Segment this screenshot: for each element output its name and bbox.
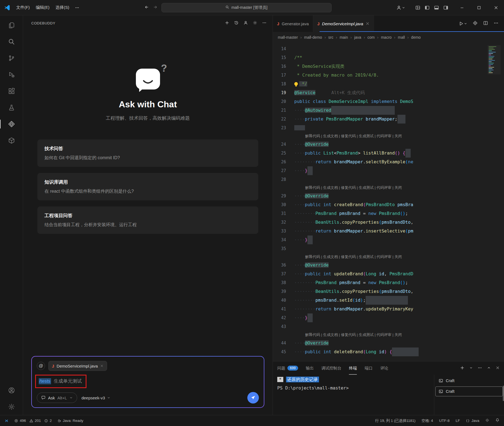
suggestion-card-tech-qa[interactable]: 技术问答 如何在 Git 中回退到指定的 commit ID? (37, 139, 258, 167)
panel-tab-debug-console[interactable]: 调试控制台 (321, 361, 341, 375)
breadcrumb-item[interactable]: macro (381, 35, 392, 40)
more-actions-icon[interactable] (262, 21, 267, 26)
explorer-icon[interactable] (0, 17, 23, 33)
code-line[interactable]: 33········return brandMapper.insertSelec… (273, 227, 504, 236)
chevron-down-icon[interactable] (469, 366, 473, 370)
code-line[interactable]: 21····@Autowired (273, 106, 504, 115)
nav-forward-icon[interactable] (153, 5, 158, 10)
code-line[interactable]: 38········PmsBrand pmsBrand = new PmsBra… (273, 278, 504, 287)
settings-gear-icon[interactable] (0, 399, 23, 415)
code-line[interactable]: 15/** (273, 53, 504, 62)
minimap[interactable] (488, 45, 501, 74)
code-line[interactable]: 25····public List<PmsBrand> listAllBrand… (273, 149, 504, 158)
code-line[interactable]: 41········return brandMapper.updateByPri… (273, 305, 504, 313)
code-line[interactable]: 30····public int createBrand(PmsBrandDto… (273, 200, 504, 209)
code-line[interactable]: 19@ServiceAlt+K 生成代码 (273, 88, 504, 97)
toggle-secondary-sidebar-icon[interactable] (442, 4, 450, 12)
remove-context-icon[interactable] (100, 364, 103, 368)
remote-indicator-icon[interactable] (4, 419, 9, 423)
close-tab-icon[interactable] (366, 22, 369, 26)
code-line[interactable]: 24····@Override (273, 140, 504, 149)
code-editor[interactable]: 1415/**16 * DemoService实现类17 * Created b… (273, 43, 504, 361)
search-view-icon[interactable] (0, 33, 23, 50)
settings-icon[interactable] (253, 21, 257, 26)
more-actions-icon[interactable] (478, 366, 482, 371)
codebuddy-status-icon[interactable] (485, 418, 489, 423)
breadcrumb-item[interactable]: src (328, 35, 334, 40)
scrollbar[interactable] (503, 386, 504, 401)
chat-input-box[interactable]: @ J DemoServiceImpl.java /tests 生成单元测试 (31, 356, 264, 408)
extensions-icon[interactable] (0, 83, 23, 99)
encoding-status[interactable]: UTF-8 (439, 419, 449, 423)
add-context-button[interactable]: @ (37, 362, 45, 370)
account-icon[interactable] (0, 382, 23, 399)
eol-status[interactable]: LF (456, 419, 460, 423)
code-line[interactable]: 34····} (273, 236, 504, 244)
panel-tab-terminal[interactable]: 终端 (349, 361, 357, 375)
code-line[interactable]: 37····public int updateBrand(Long id, Pm… (273, 270, 504, 278)
source-control-icon[interactable] (0, 50, 23, 66)
menu-more-icon[interactable] (72, 4, 82, 12)
cursor-position[interactable]: 行 19, 列 1 (已选择1181) (375, 418, 416, 423)
run-debug-icon[interactable] (0, 66, 23, 83)
new-terminal-icon[interactable] (460, 366, 464, 371)
suggestion-card-project-qa[interactable]: 工程项目问答 结合当前项目工程，分析并安装环境、运行工程 (37, 206, 258, 234)
tab-generator-java[interactable]: J Generator.java (273, 15, 313, 32)
code-line[interactable]: 27····} (273, 166, 504, 175)
code-line[interactable]: 23···· (273, 124, 504, 132)
panel-tab-ports[interactable]: 端口 (365, 361, 373, 375)
breadcrumb-item[interactable]: com (368, 35, 375, 40)
close-panel-icon[interactable] (496, 366, 500, 371)
terminal-list-item[interactable]: Craft (435, 376, 503, 386)
menu-edit[interactable]: 编辑(E) (33, 3, 52, 12)
code-line[interactable]: 36····@Override (273, 261, 504, 270)
code-line[interactable]: 20public class DemoServiceImpl implement… (273, 97, 504, 106)
codelens-actions[interactable]: 解释代码 | 生成文档 | 修复代码 | 生成测试 | 代码评审 | 关闭 (273, 253, 504, 261)
code-line[interactable]: 29····@Override (273, 192, 504, 200)
code-line[interactable]: 14 (273, 44, 504, 53)
suggestion-card-knowledge-base[interactable]: 知识库调用 在 react 中函数式组件和类组件的区别是什么? (37, 173, 258, 200)
language-mode[interactable]: Java (466, 419, 479, 423)
codelens-actions[interactable]: 解释代码 | 生成文档 | 修复代码 | 生成测试 | 代码评审 | 关闭 (273, 331, 504, 339)
command-center-search[interactable]: mall-master [管理员] (161, 3, 332, 12)
package-icon[interactable] (0, 132, 23, 149)
codelens-actions[interactable]: 解释代码 | 生成文档 | 修复代码 | 生成测试 | 代码评审 | 关闭 (273, 184, 504, 192)
breadcrumb-item[interactable]: demo (411, 35, 421, 40)
breadcrumb-item[interactable]: mall-demo (304, 35, 322, 40)
code-line[interactable]: 42····} (273, 313, 504, 322)
toggle-panel-icon[interactable] (433, 4, 440, 12)
problems-status[interactable]: 496 201 2 (14, 419, 52, 423)
panel-tab-comments[interactable]: 评论 (380, 361, 388, 375)
code-line[interactable]: 22····private PmsBrandMapper brandMapper… (273, 115, 504, 124)
codebuddy-action-icon[interactable] (473, 21, 478, 27)
codebuddy-icon[interactable] (0, 116, 23, 132)
code-line[interactable]: 28 (273, 175, 504, 184)
model-selector[interactable]: deepseek-v3 (82, 396, 110, 400)
window-minimize-button[interactable] (454, 0, 470, 15)
indentation-status[interactable]: 空格: 4 (421, 418, 433, 423)
breadcrumb-item[interactable]: java (354, 35, 361, 40)
code-line[interactable]: 40········pmsBrand.setId(id); (273, 296, 504, 305)
codelens-actions[interactable]: 解释代码 | 生成文档 | 修复代码 | 生成测试 | 代码评审 | 关闭 (273, 132, 504, 140)
panel-tab-problems[interactable]: 问题 699 (277, 361, 298, 375)
code-line[interactable]: 45····public int deleteBrand(Long id) { (273, 347, 504, 356)
customize-layout-icon[interactable] (414, 4, 422, 12)
toggle-sidebar-icon[interactable] (423, 4, 431, 12)
notifications-bell-icon[interactable] (495, 418, 500, 423)
java-status[interactable]: Java: Ready (57, 419, 83, 423)
code-line[interactable]: 35 (273, 244, 504, 253)
more-actions-icon[interactable] (494, 21, 499, 27)
maximize-panel-icon[interactable] (487, 366, 491, 371)
code-line[interactable]: 17 * Created by macro on 2019/4/8. (273, 71, 504, 80)
terminal-output[interactable]: *还原的历史记录 PS D:\projects\mall-master> (273, 375, 434, 415)
panel-tab-output[interactable]: 输出 (306, 361, 314, 375)
window-maximize-button[interactable] (471, 0, 487, 15)
send-button[interactable] (247, 392, 259, 403)
split-editor-icon[interactable] (483, 21, 488, 27)
breadcrumb-item[interactable]: mall (398, 35, 405, 40)
breadcrumb-item[interactable]: main (340, 35, 348, 40)
new-chat-icon[interactable] (225, 21, 229, 26)
terminal-list-item[interactable]: Craft (435, 386, 503, 396)
code-line[interactable]: 39········BeanUtils.copyProperties(pmsBr… (273, 287, 504, 296)
profile-icon[interactable] (243, 21, 248, 26)
